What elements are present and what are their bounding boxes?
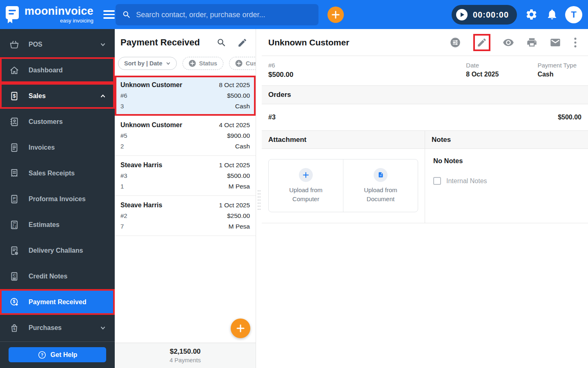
order-count: 2 bbox=[120, 141, 124, 152]
customers-book-icon bbox=[9, 117, 20, 127]
payment-list-item[interactable]: Steave Harris1 Oct 2025 #3$500.00 1M Pes… bbox=[115, 156, 256, 196]
preview-eye-icon[interactable] bbox=[503, 37, 514, 48]
brand-text: mooninvoice easy invoicing bbox=[24, 6, 94, 24]
settings-gear-icon[interactable] bbox=[525, 8, 538, 22]
customer-name: Steave Harris bbox=[120, 160, 162, 171]
sidebar-item-proforma-invoices[interactable]: P Proforma Invoices bbox=[0, 186, 115, 212]
payment-amount: $500.00 bbox=[227, 90, 250, 101]
sidebar-item-dashboard[interactable]: Dashboard bbox=[0, 57, 115, 83]
sidebar-item-estimates[interactable]: + -× × Estimates bbox=[0, 212, 115, 238]
sidebar-item-label: Credit Notes bbox=[29, 273, 67, 280]
payment-method: Cash bbox=[235, 101, 250, 112]
sidebar-item-credit-notes[interactable]: C Credit Notes bbox=[0, 263, 115, 289]
sort-by-label: Sort by | Date bbox=[124, 60, 163, 67]
challan-document-icon bbox=[9, 245, 20, 256]
payment-number: #2 bbox=[120, 211, 127, 221]
sidebar-item-label: Invoices bbox=[29, 144, 55, 151]
sidebar-item-label: Customers bbox=[29, 118, 63, 126]
payment-amount: $250.00 bbox=[227, 211, 250, 221]
payment-type-field: Payment Type Cash bbox=[537, 62, 577, 79]
search-input[interactable] bbox=[136, 11, 312, 19]
payment-meta: Date 8 Oct 2025 Payment Type Cash bbox=[466, 62, 581, 79]
customer-name: Unknown Customer bbox=[120, 80, 182, 90]
list-edit-pencil-icon[interactable] bbox=[237, 38, 247, 48]
detail-title: Unknown Customer bbox=[268, 38, 349, 47]
order-row[interactable]: #3 $500.00 bbox=[262, 104, 588, 130]
edit-payment-pencil-icon[interactable] bbox=[473, 34, 490, 51]
quick-add-button[interactable] bbox=[327, 7, 344, 23]
notifications-bell-icon[interactable] bbox=[546, 8, 558, 22]
internal-notes-label: Internal Notes bbox=[446, 177, 487, 185]
attachment-section-header: Attachment bbox=[262, 130, 425, 149]
sidebar-item-sales-receipts[interactable]: Sales Receipts bbox=[0, 160, 115, 186]
global-search[interactable] bbox=[116, 4, 318, 25]
document-icon bbox=[374, 168, 388, 182]
print-icon[interactable] bbox=[526, 37, 537, 48]
orders-section-header: Orders bbox=[262, 85, 588, 104]
notes-section-header: Notes bbox=[425, 130, 588, 149]
payment-method: Cash bbox=[235, 141, 250, 152]
sidebar-item-label: Payment Received bbox=[29, 298, 86, 306]
chevron-down-icon bbox=[166, 61, 171, 66]
payment-number: #3 bbox=[120, 171, 127, 181]
notes-body: No Notes Internal Notes bbox=[425, 149, 588, 223]
plus-icon bbox=[331, 10, 340, 19]
tune-filter-icon[interactable] bbox=[450, 37, 461, 48]
order-count: 1 bbox=[120, 181, 124, 192]
internal-notes-checkbox[interactable] bbox=[433, 177, 441, 185]
list-search-icon[interactable] bbox=[216, 38, 227, 48]
payment-amount: $500.00 bbox=[268, 71, 293, 79]
payment-list-item[interactable]: Steave Harris1 Oct 2025 #2$250.00 7M Pes… bbox=[115, 196, 256, 236]
sidebar-item-sales[interactable]: $ Sales bbox=[0, 83, 115, 109]
play-icon bbox=[456, 9, 468, 21]
payment-list-item[interactable]: Unknown Customer4 Oct 2025 #5$900.00 2Ca… bbox=[115, 116, 256, 156]
more-options-kebab-icon[interactable] bbox=[573, 37, 577, 48]
panel-resize-handle[interactable] bbox=[257, 189, 261, 211]
upload-from-computer-button[interactable]: Upload from Computer bbox=[269, 159, 343, 212]
sidebar-footer: ? Get Help bbox=[0, 341, 115, 368]
attachment-notes-sections: Attachment Upload from Computer Upload f… bbox=[262, 130, 588, 223]
customer-filter-chip[interactable]: Customer bbox=[229, 57, 256, 70]
get-help-label: Get Help bbox=[51, 351, 78, 359]
payments-total: $2,150.00 bbox=[170, 348, 201, 356]
payment-detail-panel: Unknown Customer #6 $500.00 bbox=[262, 29, 588, 368]
status-filter-chip[interactable]: Status bbox=[183, 57, 223, 70]
sidebar-item-purchases[interactable]: $ Purchases bbox=[0, 315, 115, 341]
payment-number: #6 bbox=[120, 90, 127, 101]
payment-list-panel: Payment Received Sort by | Date Status C… bbox=[115, 29, 256, 368]
sidebar-item-pos[interactable]: POS bbox=[0, 31, 115, 57]
hamburger-menu-icon[interactable] bbox=[103, 10, 115, 19]
sidebar-item-label: POS bbox=[29, 41, 42, 48]
chevron-down-icon bbox=[100, 42, 106, 47]
sidebar-item-label: Proforma Invoices bbox=[29, 195, 86, 203]
sidebar-item-label: Dashboard bbox=[29, 67, 63, 74]
brand-logo[interactable]: mooninvoice easy invoicing bbox=[0, 5, 94, 24]
payment-date: 4 Oct 2025 bbox=[219, 120, 250, 130]
email-icon[interactable] bbox=[550, 37, 561, 48]
svg-text:$: $ bbox=[13, 93, 16, 99]
user-avatar[interactable]: T bbox=[565, 6, 582, 23]
sidebar-item-delivery-challans[interactable]: Delivery Challans bbox=[0, 238, 115, 263]
status-filter-label: Status bbox=[199, 60, 217, 67]
get-help-button[interactable]: ? Get Help bbox=[9, 347, 106, 362]
chevron-up-icon bbox=[100, 93, 106, 99]
detail-header: Unknown Customer bbox=[262, 29, 588, 56]
attachment-section: Attachment Upload from Computer Upload f… bbox=[262, 130, 425, 223]
sidebar-item-payment-received[interactable]: $ Payment Received bbox=[0, 289, 115, 315]
time-tracker[interactable]: 00:00:00 bbox=[452, 5, 517, 25]
search-icon bbox=[122, 10, 131, 20]
upload-card: Upload from Computer Upload from Documen… bbox=[268, 159, 418, 212]
payment-date: 1 Oct 2025 bbox=[219, 200, 250, 211]
payment-list: Unknown Customer8 Oct 2025 #6$500.00 3Ca… bbox=[115, 76, 256, 236]
detail-actions bbox=[450, 34, 577, 51]
receipt-icon bbox=[9, 168, 20, 179]
svg-text:C: C bbox=[13, 273, 16, 277]
upload-from-document-button[interactable]: Upload from Document bbox=[343, 159, 418, 212]
sidebar-item-invoices[interactable]: Invoices bbox=[0, 135, 115, 160]
sort-by-chip[interactable]: Sort by | Date bbox=[118, 57, 177, 70]
sidebar-item-customers[interactable]: Customers bbox=[0, 109, 115, 135]
payment-type-label: Payment Type bbox=[537, 62, 577, 69]
add-payment-fab[interactable] bbox=[231, 319, 250, 338]
payment-list-item[interactable]: Unknown Customer8 Oct 2025 #6$500.00 3Ca… bbox=[115, 76, 256, 116]
payment-amount: $900.00 bbox=[227, 130, 250, 141]
